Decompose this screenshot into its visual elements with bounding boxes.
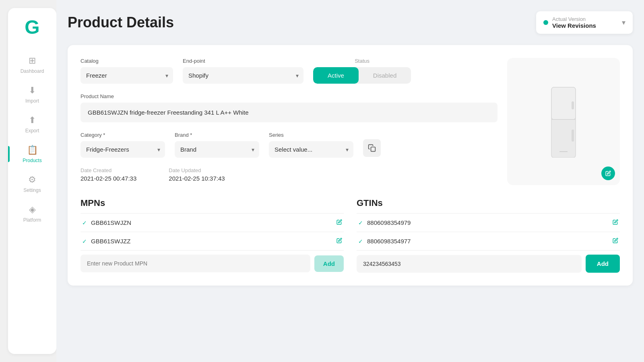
- table-row: ✓ GBB61SWJZZ: [80, 232, 344, 251]
- sidebar: G ⊞ Dashboard ⬇ Import ⬆ Export 📋 Produc…: [8, 8, 56, 354]
- series-label: Series: [269, 132, 353, 138]
- copy-button[interactable]: [363, 139, 381, 157]
- gtins-list: ✓ 8806098354979 ✓ 88: [357, 213, 620, 251]
- date-updated-value: 2021-02-25 10:37:43: [169, 175, 225, 182]
- date-updated-label: Date Updated: [169, 167, 225, 173]
- dates-row: Date Created 2021-02-25 00:47:33 Date Up…: [80, 167, 497, 182]
- sidebar-label-import: Import: [25, 98, 39, 104]
- sidebar-label-products: Products: [23, 158, 41, 163]
- sidebar-item-settings[interactable]: ⚙ Settings: [8, 169, 56, 199]
- gtin-item-left-0: ✓ 8806098354979: [358, 219, 411, 226]
- main-content: Product Details Actual Version View Revi…: [56, 0, 644, 362]
- mpns-title: MPNs: [80, 198, 344, 208]
- check-icon: ✓: [82, 238, 87, 245]
- form-left: Catalog Freezer End-point Shopify: [80, 58, 497, 185]
- product-image-area: [507, 58, 620, 185]
- platform-icon: ◈: [29, 204, 36, 215]
- pencil-icon: [613, 219, 618, 225]
- export-icon: ⬆: [29, 115, 36, 125]
- date-updated-group: Date Updated 2021-02-25 10:37:43: [169, 167, 225, 182]
- version-dot: [543, 20, 548, 25]
- status-disabled-button[interactable]: Disabled: [359, 67, 411, 84]
- series-select[interactable]: Select value...: [269, 141, 353, 158]
- product-name-label: Product Name: [80, 93, 497, 99]
- gtin-edit-button-0[interactable]: [613, 219, 618, 226]
- sidebar-item-export[interactable]: ⬆ Export: [8, 109, 56, 139]
- table-row: ✓ GBB61SWJZN: [80, 214, 344, 232]
- product-name-group: Product Name: [80, 93, 497, 122]
- version-value: View Revisions: [552, 22, 618, 29]
- mpn-add-input[interactable]: [80, 255, 310, 272]
- copy-icon: [368, 144, 376, 152]
- gtin-edit-button-1[interactable]: [613, 238, 618, 245]
- endpoint-group: End-point Shopify: [183, 58, 303, 84]
- product-image-edit-button[interactable]: [601, 167, 615, 180]
- mpn-value-0: GBB61SWJZN: [91, 219, 131, 226]
- gtin-value-1: 8806098354977: [367, 238, 411, 245]
- settings-icon: ⚙: [28, 175, 36, 185]
- gtin-add-input[interactable]: [357, 255, 582, 273]
- category-label: Category *: [80, 132, 165, 138]
- category-group: Category * Fridge-Freezers: [80, 132, 165, 158]
- gtin-add-button[interactable]: Add: [586, 255, 620, 273]
- mpn-edit-button-1[interactable]: [336, 238, 342, 245]
- form-row-category-brand-series: Category * Fridge-Freezers Brand * Brand: [80, 132, 497, 158]
- gtin-value-0: 8806098354979: [367, 219, 411, 226]
- mpn-add-button[interactable]: Add: [314, 255, 344, 272]
- product-image: [547, 85, 580, 158]
- mpns-section: MPNs ✓ GBB61SWJZN: [80, 198, 344, 273]
- mpn-edit-button-0[interactable]: [336, 219, 342, 226]
- status-group: Status Active Disabled: [313, 58, 411, 84]
- catalog-label: Catalog: [80, 58, 173, 64]
- brand-select[interactable]: Brand: [175, 141, 259, 158]
- endpoint-label: End-point: [183, 58, 303, 64]
- category-select-wrapper: Fridge-Freezers: [80, 141, 165, 158]
- check-icon: ✓: [358, 238, 363, 245]
- product-details-card: Catalog Freezer End-point Shopify: [68, 45, 633, 286]
- form-row-catalog-endpoint: Catalog Freezer End-point Shopify: [80, 58, 497, 84]
- svg-rect-0: [371, 147, 376, 152]
- version-label: Actual Version: [552, 16, 618, 22]
- page-header: Product Details Actual Version View Revi…: [68, 11, 633, 34]
- date-created-value: 2021-02-25 00:47:33: [80, 175, 136, 182]
- endpoint-select-wrapper: Shopify: [183, 67, 303, 84]
- gtins-title: GTINs: [357, 198, 620, 208]
- table-row: ✓ 8806098354979: [357, 214, 620, 232]
- pencil-icon: [336, 219, 342, 225]
- brand-group: Brand * Brand: [175, 132, 259, 158]
- status-toggle: Active Disabled: [313, 67, 411, 84]
- sidebar-item-dashboard[interactable]: ⊞ Dashboard: [8, 50, 56, 80]
- sidebar-item-platform[interactable]: ◈ Platform: [8, 199, 56, 228]
- mpns-list: ✓ GBB61SWJZN ✓ GBB61: [80, 213, 344, 251]
- mpn-add-row: Add: [80, 255, 344, 272]
- date-created-label: Date Created: [80, 167, 136, 173]
- svg-rect-5: [572, 130, 574, 142]
- catalog-select[interactable]: Freezer: [80, 67, 173, 84]
- gtins-section: GTINs ✓ 8806098354979: [357, 198, 620, 273]
- version-text: Actual Version View Revisions: [552, 16, 618, 29]
- category-select[interactable]: Fridge-Freezers: [80, 141, 165, 158]
- sidebar-logo: G: [25, 18, 39, 37]
- mpn-item-left-0: ✓ GBB61SWJZN: [82, 219, 131, 226]
- pencil-icon: [336, 238, 342, 243]
- version-dropdown[interactable]: Actual Version View Revisions ▾: [536, 11, 633, 34]
- product-name-input[interactable]: [80, 103, 497, 122]
- status-label: Status: [313, 58, 411, 64]
- endpoint-select[interactable]: Shopify: [183, 67, 303, 84]
- sidebar-item-import[interactable]: ⬇ Import: [8, 80, 56, 109]
- status-active-button[interactable]: Active: [313, 67, 359, 84]
- active-indicator: [8, 146, 10, 162]
- sidebar-item-products[interactable]: 📋 Products: [8, 139, 56, 169]
- dashboard-icon: ⊞: [29, 56, 36, 66]
- sidebar-label-settings: Settings: [23, 187, 41, 193]
- svg-rect-4: [572, 101, 574, 109]
- pencil-icon: [613, 238, 618, 243]
- import-icon: ⬇: [29, 85, 36, 96]
- gtin-add-row: Add: [357, 255, 620, 273]
- check-icon: ✓: [358, 220, 363, 226]
- brand-label: Brand *: [175, 132, 259, 138]
- date-created-group: Date Created 2021-02-25 00:47:33: [80, 167, 136, 182]
- table-row: ✓ 8806098354977: [357, 232, 620, 251]
- gtin-item-left-1: ✓ 8806098354977: [358, 238, 411, 245]
- series-group: Series Select value...: [269, 132, 353, 158]
